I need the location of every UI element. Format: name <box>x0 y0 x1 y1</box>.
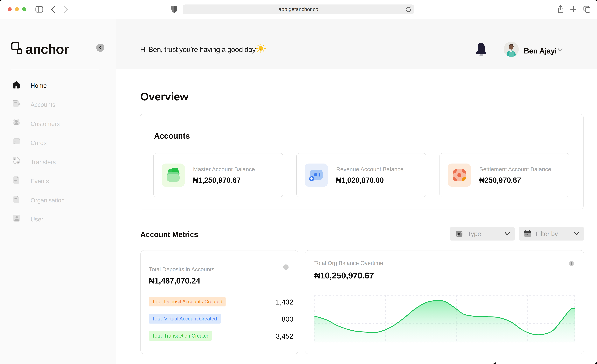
svg-text:A: A <box>17 161 19 164</box>
